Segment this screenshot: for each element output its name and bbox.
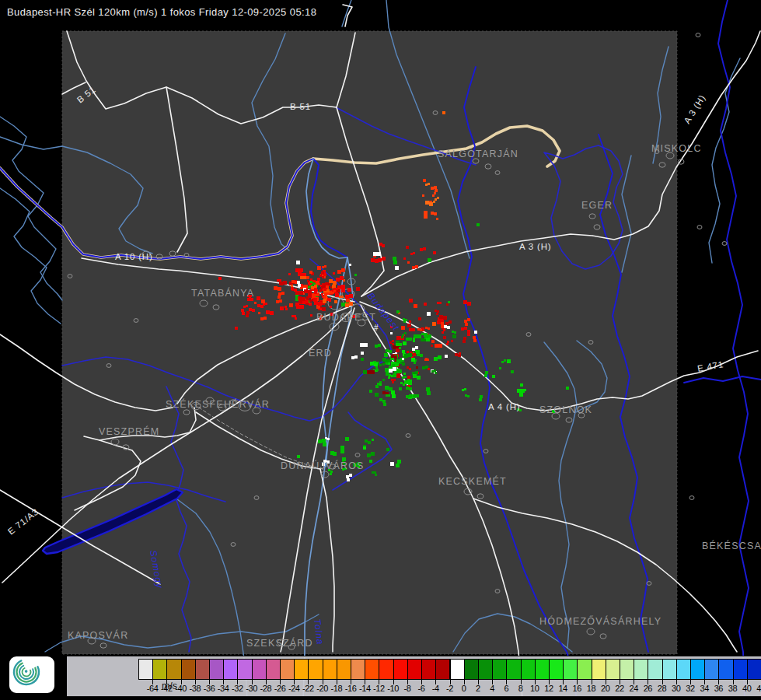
radar-echo-cell <box>278 292 281 296</box>
radar-echo-cell <box>435 189 438 192</box>
radar-echo-cell <box>428 368 430 370</box>
radar-echo-cell <box>297 455 300 458</box>
radar-echo-cell <box>396 310 400 313</box>
radar-echo-cell <box>323 296 326 299</box>
radar-echo-cell <box>341 303 345 306</box>
radar-echo-cell <box>484 374 487 377</box>
radar-echo-cell <box>409 387 412 390</box>
legend-color-box <box>351 659 365 680</box>
radar-echo-cell <box>431 345 433 347</box>
radar-echo-cell <box>455 353 458 356</box>
radar-echo-cell <box>451 340 453 342</box>
legend-color-box <box>294 659 309 680</box>
radar-echo-cell <box>424 215 428 219</box>
legend-color-box <box>223 659 238 680</box>
radar-echo-cell <box>300 276 303 279</box>
radar-echo-cell <box>445 355 448 358</box>
radar-echo-cell <box>375 366 378 369</box>
radar-echo-cell <box>249 308 252 311</box>
radar-echo-cell <box>306 276 309 279</box>
radar-echo-cell <box>310 314 312 317</box>
legend-color-box <box>181 659 196 680</box>
legend-color-box <box>620 659 634 680</box>
radar-echo-cell <box>403 320 406 323</box>
radar-echo-cell <box>437 320 441 324</box>
map-svg: SALGÓTARJÁNMISKOLCEGERTATABÁNYABUDAPESTÉ… <box>0 0 761 700</box>
radar-echo-cell <box>467 318 470 321</box>
radar-echo-cell <box>345 303 349 307</box>
radar-echo-cell <box>300 305 304 309</box>
radar-echo-cell <box>341 296 344 298</box>
radar-echo-cell <box>320 289 323 291</box>
logo-spiral-icon <box>9 656 44 688</box>
radar-echo-cell <box>436 313 438 315</box>
radar-echo-cell <box>303 276 306 279</box>
radar-echo-cell <box>339 296 341 298</box>
radar-echo-cell <box>361 358 364 361</box>
radar-echo-cell <box>446 303 449 306</box>
radar-echo-cell <box>321 271 324 275</box>
radar-echo-cell <box>308 294 312 298</box>
radar-echo-cell <box>396 336 400 340</box>
radar-echo-cell <box>517 389 521 393</box>
radar-echo-cell <box>370 362 374 366</box>
radar-echo-cell <box>442 111 445 114</box>
city-label: SZOLNOK <box>539 404 592 415</box>
radar-echo-cell <box>346 475 349 478</box>
radar-echo-cell <box>347 478 350 481</box>
radar-echo-cell <box>294 315 296 317</box>
radar-echo-cell <box>437 302 439 304</box>
radar-echo-cell <box>299 268 303 272</box>
radar-echo-cell <box>464 388 466 390</box>
radar-echo-cell <box>318 302 322 306</box>
radar-echo-cell <box>413 340 415 342</box>
radar-echo-cell <box>415 265 418 268</box>
radar-echo-cell <box>294 289 297 292</box>
radar-echo-cell <box>447 326 450 329</box>
legend-color-box <box>337 659 351 680</box>
radar-echo-cell <box>424 211 428 215</box>
radar-echo-cell <box>467 302 471 306</box>
radar-echo-cell <box>386 394 388 397</box>
radar-echo-cell <box>443 329 445 331</box>
radar-echo-cell <box>438 344 442 348</box>
radar-echo-cell <box>408 353 412 357</box>
legend-color-box <box>464 659 479 680</box>
radar-echo-cell <box>396 374 400 378</box>
radar-echo-cell <box>428 183 430 185</box>
radar-echo-cell <box>476 223 480 226</box>
radar-echo-cell <box>335 293 339 297</box>
radar-echo-cell <box>420 354 423 357</box>
radar-echo-cell <box>404 354 408 358</box>
radar-echo-cell <box>400 382 403 384</box>
radar-echo-cell <box>340 276 344 280</box>
radar-echo-cell <box>283 281 287 285</box>
radar-echo-cell <box>519 393 523 397</box>
radar-echo-cell <box>363 370 367 374</box>
radar-echo-cell <box>375 385 379 388</box>
radar-echo-cell <box>365 439 368 443</box>
radar-echo-cell <box>288 273 291 275</box>
radar-echo-cell <box>396 359 400 363</box>
radar-echo-cell <box>372 439 374 441</box>
radar-echo-cell <box>246 311 250 314</box>
radar-echo-cell <box>435 198 437 201</box>
legend-color-box <box>379 659 393 680</box>
radar-echo-cell <box>374 362 378 366</box>
radar-echo-cell <box>413 374 417 378</box>
radar-echo-cell <box>393 367 396 371</box>
legend-color-box <box>634 659 648 680</box>
legend-color-box <box>549 659 564 680</box>
radar-echo-cell <box>254 302 257 304</box>
radar-echo-cell <box>322 266 324 268</box>
radar-echo-cell <box>330 451 334 455</box>
legend-color-box <box>365 659 379 680</box>
legend-color-box <box>592 659 606 680</box>
radar-echo-cell <box>443 336 446 339</box>
radar-echo-cell <box>296 261 300 264</box>
radar-echo-cell <box>418 317 421 320</box>
radar-echo-cell <box>369 460 372 463</box>
radar-echo-cell <box>368 441 371 444</box>
radar-echo-cell <box>382 257 386 261</box>
radar-echo-cell <box>246 314 249 317</box>
